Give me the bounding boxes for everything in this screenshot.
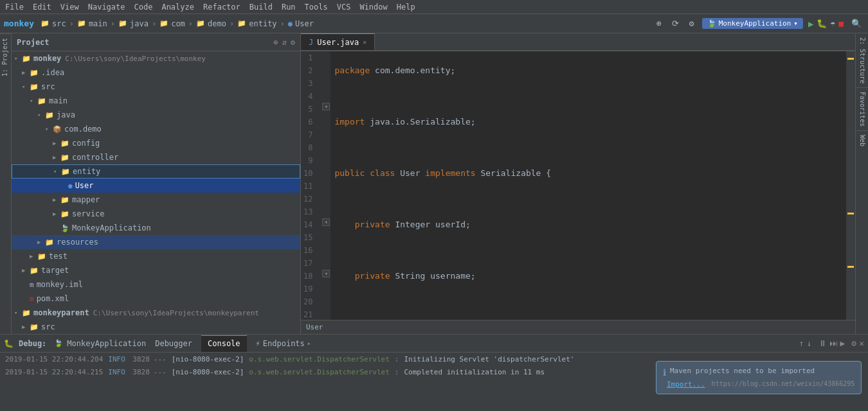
breadcrumb-entity[interactable]: entity — [249, 19, 276, 28]
tree-item-service[interactable]: ▶ 📁 service — [12, 207, 300, 221]
tree-path-monkey: C:\Users\sony\IdeaProjects\monkey — [65, 55, 206, 63]
resume-btn[interactable]: ▶ — [840, 338, 845, 348]
menu-refactor[interactable]: Refactor — [203, 3, 240, 12]
tree-item-monkey[interactable]: ▾ 📁 monkey C:\Users\sony\IdeaProjects\mo… — [12, 51, 300, 66]
run-config-selector[interactable]: 🍃 MonkeyApplication ▾ — [702, 18, 803, 29]
menu-run[interactable]: Run — [282, 3, 296, 12]
menu-edit[interactable]: Edit — [33, 3, 51, 12]
code-line-3: import java.io.Serializable; — [334, 116, 842, 128]
panel-collapse-btn[interactable]: ⇵ — [282, 38, 287, 47]
coverage-button[interactable]: ☂ — [830, 19, 835, 28]
tree-item-pom[interactable]: m pom.xml — [12, 292, 300, 306]
tree-item-controller[interactable]: ▶ 📁 controller — [12, 150, 300, 164]
folder-icon-monkeyparent: 📁 — [22, 309, 31, 317]
git-btn[interactable]: ⟳ — [669, 17, 682, 30]
notif-info-icon: ℹ — [663, 367, 666, 378]
tree-item-java[interactable]: ▾ 📁 java — [12, 108, 300, 122]
menu-navigate[interactable]: Navigate — [88, 3, 125, 12]
tree-item-com-demo[interactable]: ▾ 📦 com.demo — [12, 122, 300, 136]
iml-icon: m — [30, 281, 34, 289]
breadcrumb-user[interactable]: User — [295, 19, 314, 28]
tree-item-monkeyparent[interactable]: ▾ 📁 monkeyparent C:\Users\sony\IdeaProje… — [12, 306, 300, 320]
breadcrumb: 📁 src › 📁 main › 📁 java › 📁 com › 📁 demo… — [41, 19, 314, 28]
menu-build[interactable]: Build — [249, 3, 273, 12]
up-arrow-btn[interactable]: ↑ — [799, 338, 804, 348]
tree-item-test[interactable]: ▶ 📁 test — [12, 249, 300, 263]
tab-user-java[interactable]: J User.java ✕ — [301, 33, 375, 50]
fold-marker-14[interactable]: ▾ — [322, 218, 330, 226]
menu-view[interactable]: View — [60, 3, 79, 12]
editor-bottom-breadcrumb: User — [301, 320, 855, 334]
notif-row-main: ℹ Maven projects need to be imported — [663, 367, 854, 378]
tree-item-src[interactable]: ▾ 📁 src — [12, 80, 300, 94]
arrow-idea: ▶ — [22, 69, 30, 76]
editor-right-scrollbar[interactable] — [846, 51, 855, 320]
menu-tools[interactable]: Tools — [305, 3, 328, 12]
tree-item-entity[interactable]: ▾ 📁 entity — [12, 164, 300, 179]
down-arrow-btn[interactable]: ↓ — [807, 338, 812, 348]
tree-item-src2[interactable]: ▶ 📁 src — [12, 320, 300, 334]
settings2-btn[interactable]: ⚙ — [851, 338, 856, 348]
menu-help[interactable]: Help — [397, 3, 415, 12]
tab-debugger[interactable]: Debugger — [149, 335, 199, 352]
breadcrumb-src[interactable]: src — [52, 19, 66, 28]
spring-icon: 🍃 — [707, 19, 716, 28]
notif-import-link[interactable]: Import... — [667, 380, 705, 389]
panel-earth-btn[interactable]: ⊕ — [273, 38, 278, 47]
arrow-service: ▶ — [53, 211, 60, 217]
breadcrumb-java[interactable]: java — [130, 19, 149, 28]
breadcrumb-com[interactable]: com — [171, 19, 185, 28]
log-msg-2: Completed initialization in 11 ms — [404, 368, 545, 376]
log-executor-1: [nio-8080-exec-2] — [172, 355, 244, 363]
menu-window[interactable]: Window — [359, 3, 387, 12]
close-panel-btn[interactable]: ✕ — [859, 338, 864, 348]
tab-close-user-java[interactable]: ✕ — [363, 39, 366, 46]
tree-item-config[interactable]: ▶ 📁 config — [12, 136, 300, 150]
log-time-2: 2019-01-15 22:20:44.215 — [5, 368, 103, 376]
fold-marker-18[interactable]: ▾ — [322, 270, 330, 277]
run-button[interactable]: ▶ — [808, 19, 813, 29]
menu-file[interactable]: File — [5, 3, 24, 12]
stop-button[interactable]: ■ — [838, 19, 844, 28]
tree-item-resources[interactable]: ▶ 📁 resources — [12, 235, 300, 249]
tab-endpoints[interactable]: ⚡ Endpoints ▸ — [249, 335, 318, 352]
step-btn[interactable]: ⏭ — [829, 338, 838, 348]
run-config-dropdown-icon[interactable]: ▾ — [793, 19, 798, 28]
panel-gear-btn[interactable]: ⚙ — [291, 38, 295, 47]
earth-btn[interactable]: ⊕ — [654, 17, 664, 30]
menu-vcs[interactable]: VCS — [337, 3, 351, 12]
run-tab-label: MonkeyApplication — [67, 339, 146, 348]
breadcrumb-demo[interactable]: demo — [208, 19, 226, 28]
fold-marker-5[interactable]: ▾ — [322, 103, 330, 110]
tab-console[interactable]: Console — [201, 335, 247, 352]
arrow-pom — [22, 295, 30, 302]
breadcrumb-main[interactable]: main — [89, 19, 107, 28]
web-tab[interactable]: Web — [856, 131, 868, 150]
debug-button[interactable]: 🐛 — [817, 19, 827, 28]
tree-item-monkey-iml[interactable]: m monkey.iml — [12, 277, 300, 292]
arrow-src2: ▶ — [22, 324, 30, 330]
menu-analyze[interactable]: Analyze — [161, 3, 194, 12]
tree-item-target[interactable]: ▶ 📁 target — [12, 263, 300, 277]
search-btn[interactable]: 🔍 — [849, 17, 864, 30]
menu-code[interactable]: Code — [134, 3, 153, 12]
tree-item-mapper[interactable]: ▶ 📁 mapper — [12, 193, 300, 207]
tree-label-resources: resources — [57, 238, 98, 247]
structure-tab[interactable]: 2: Structure — [856, 33, 868, 88]
tree-item-idea[interactable]: ▶ 📁 .idea — [12, 66, 300, 80]
favorites-tab[interactable]: Favorites — [856, 88, 868, 131]
arrow-target: ▶ — [22, 267, 30, 274]
bottom-panel-icons: ↑ ↓ ⏸ ⏭ ▶ ⚙ ✕ — [799, 338, 864, 348]
settings-btn[interactable]: ⚙ — [687, 17, 697, 30]
debug-run-icon: 🐛 — [4, 339, 14, 348]
project-tab[interactable]: 1: Project — [0, 33, 11, 80]
tree-label-main: main — [49, 96, 68, 105]
tree-item-user[interactable]: ● User — [12, 179, 300, 193]
pause-btn[interactable]: ⏸ — [818, 338, 827, 348]
arrow-java: ▾ — [37, 112, 45, 118]
tree-item-main[interactable]: ▾ 📁 main — [12, 94, 300, 108]
folder-icon-src2: 📁 — [30, 323, 39, 331]
code-content[interactable]: package com.demo.entity; import java.io.… — [330, 51, 846, 320]
tree-item-monkey-app[interactable]: 🍃 MonkeyApplication — [12, 221, 300, 235]
tree-label-user: User — [75, 181, 94, 190]
